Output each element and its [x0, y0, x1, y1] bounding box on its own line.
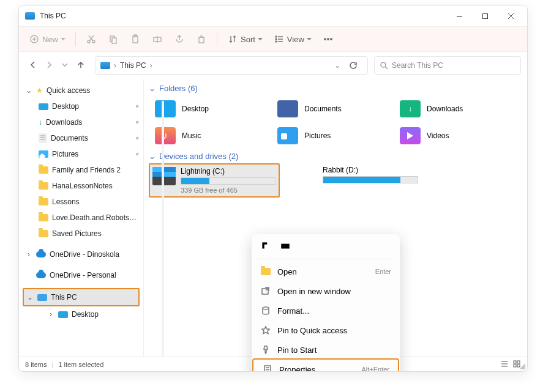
svg-point-27 — [328, 39, 329, 40]
search-input[interactable]: Search This PC — [374, 56, 521, 75]
view-button[interactable]: View — [270, 31, 315, 47]
sidebar-item-onedrive-a[interactable]: ›OneDrive - Dinoskola — [23, 246, 143, 262]
cut-button[interactable] — [82, 31, 100, 47]
address-caret[interactable]: ⌄ — [334, 61, 340, 70]
sidebar-item-onedrive-b[interactable]: ›OneDrive - Personal — [23, 267, 143, 283]
rename-button[interactable] — [148, 31, 167, 47]
drive-label: Rabbit (D:) — [323, 166, 418, 174]
folders-heading[interactable]: ⌄ Folders (6) — [149, 81, 527, 95]
svg-rect-40 — [281, 244, 290, 249]
copy-icon[interactable] — [260, 240, 271, 251]
chevron-right-icon: › — [150, 61, 152, 70]
view-label: View — [287, 35, 304, 44]
folder-item-documents[interactable]: Documents — [271, 95, 394, 122]
new-label: New — [42, 35, 58, 44]
ctx-properties[interactable]: PropertiesAlt+Enter — [253, 360, 398, 372]
copy-button[interactable] — [104, 31, 122, 47]
share-button[interactable] — [170, 31, 189, 47]
svg-rect-12 — [112, 38, 116, 43]
ctx-pin-start[interactable]: Pin to Start — [252, 340, 400, 360]
chevron-right-icon: › — [47, 310, 54, 319]
sidebar-item-folder[interactable]: Saved Pictures — [23, 226, 143, 242]
drive-subtext: 339 GB free of 465 — [181, 187, 276, 194]
drive-item-d[interactable]: Rabbit (D:) — [292, 163, 421, 198]
delete-button[interactable] — [192, 31, 211, 47]
up-button[interactable] — [77, 61, 85, 71]
this-pc-icon — [37, 294, 47, 301]
sort-button[interactable]: Sort — [223, 31, 266, 47]
svg-rect-35 — [517, 361, 520, 363]
downloads-icon: ↓ — [39, 118, 42, 127]
caret-icon — [61, 38, 66, 43]
sidebar-item-folder[interactable]: Love.Death.and.Robots.S03.1( — [23, 210, 143, 226]
sidebar-item-downloads[interactable]: ↓Downloads✦ — [23, 114, 143, 130]
sidebar-item-desktop[interactable]: Desktop✦ — [23, 98, 143, 114]
minimize-button[interactable] — [446, 7, 472, 25]
pictures-icon — [39, 150, 48, 158]
paste-button[interactable] — [126, 31, 144, 47]
sidebar-item-folder[interactable]: Family and Friends 2 — [23, 162, 143, 178]
pin-icon: ✦ — [132, 117, 141, 127]
pin-icon: ✦ — [132, 133, 141, 143]
format-icon — [260, 305, 271, 316]
sidebar-item-folder[interactable]: HanaLessonNotes — [23, 178, 143, 194]
resize-handle[interactable] — [519, 363, 525, 369]
downloads-icon — [400, 100, 421, 117]
sidebar-item-documents[interactable]: Documents✦ — [23, 130, 143, 146]
svg-point-26 — [324, 39, 326, 40]
sort-icon — [227, 34, 238, 45]
rename-icon — [152, 34, 163, 45]
drives-heading[interactable]: ⌄ Devices and drives (2) — [149, 149, 527, 163]
folder-item-music[interactable]: Music — [149, 122, 271, 149]
folder-item-pictures[interactable]: Pictures — [271, 122, 394, 149]
folder-item-videos[interactable]: Videos — [394, 122, 516, 149]
rename-icon[interactable] — [280, 240, 291, 251]
drive-usage-bar — [323, 176, 418, 183]
svg-point-21 — [276, 39, 277, 40]
close-button[interactable] — [498, 7, 523, 25]
ctx-pin-quick-access[interactable]: Pin to Quick access — [252, 320, 400, 340]
cloud-icon — [36, 251, 46, 257]
desktop-icon — [58, 311, 68, 318]
more-button[interactable] — [319, 31, 337, 47]
folder-item-desktop[interactable]: Desktop — [149, 95, 271, 122]
details-view-button[interactable] — [500, 360, 509, 369]
forward-button[interactable] — [45, 61, 53, 71]
new-button[interactable]: New — [25, 31, 69, 47]
context-menu: OpenEnter Open in new window Format... P… — [252, 234, 400, 372]
drive-usage-bar — [181, 177, 276, 185]
ctx-open[interactable]: OpenEnter — [252, 262, 400, 281]
nav-row: › This PC › ⌄ Search This PC — [19, 52, 527, 79]
chevron-down-icon: ⌄ — [25, 86, 32, 95]
more-icon — [323, 34, 334, 45]
sidebar-item-desktop[interactable]: ›Desktop — [23, 306, 143, 322]
ctx-format[interactable]: Format... — [252, 301, 400, 320]
drive-item-c[interactable]: Lightning (C:) 339 GB free of 465 — [150, 165, 279, 196]
maximize-button[interactable] — [472, 7, 498, 25]
pane-divider[interactable] — [162, 101, 164, 357]
drive-icon — [152, 167, 176, 185]
sidebar-item-pictures[interactable]: Pictures✦ — [23, 146, 143, 162]
sidebar-item-quick-access[interactable]: ⌄ ★ Quick access — [23, 83, 143, 98]
folder-item-downloads[interactable]: Downloads — [394, 95, 516, 122]
svg-rect-17 — [199, 37, 204, 43]
ctx-open-new-window[interactable]: Open in new window — [252, 281, 400, 301]
window-title: This PC — [40, 12, 66, 20]
sidebar: ⌄ ★ Quick access Desktop✦ ↓Downloads✦ Do… — [19, 79, 144, 357]
recent-caret[interactable] — [61, 61, 69, 71]
view-icon — [274, 34, 285, 45]
sidebar-item-this-pc[interactable]: ⌄This PC — [24, 289, 138, 305]
caret-icon — [307, 38, 312, 43]
svg-rect-34 — [514, 361, 516, 363]
new-window-icon — [260, 286, 271, 297]
chevron-right-icon: › — [114, 61, 116, 70]
back-button[interactable] — [29, 61, 37, 71]
folder-icon — [39, 182, 48, 190]
breadcrumb[interactable]: This PC — [120, 61, 146, 70]
this-pc-icon — [25, 12, 35, 20]
search-icon — [380, 61, 388, 70]
address-bar[interactable]: › This PC › ⌄ — [95, 56, 368, 75]
pin-icon — [260, 344, 271, 355]
refresh-button[interactable] — [344, 61, 362, 70]
sidebar-item-folder[interactable]: Lessons — [23, 194, 143, 210]
